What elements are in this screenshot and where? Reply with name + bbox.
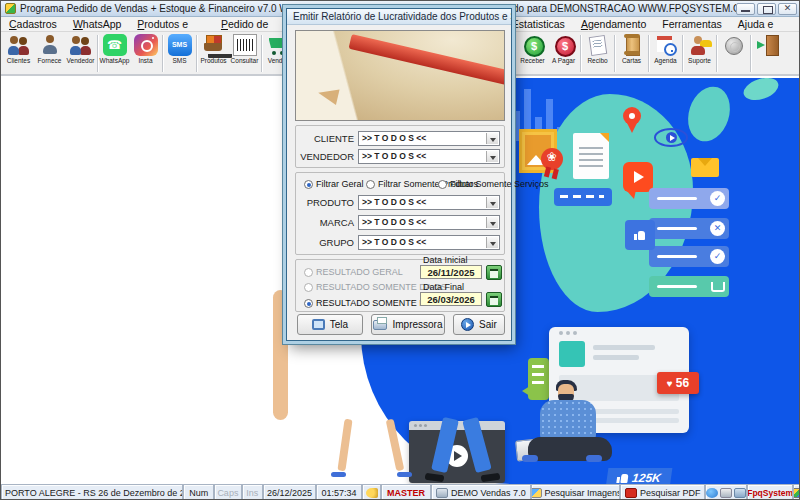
seller-icon — [69, 34, 93, 56]
toolbar-sair[interactable] — [752, 33, 783, 74]
support-icon — [688, 34, 712, 56]
radio-icon[interactable] — [304, 299, 313, 308]
toolbar-sms[interactable]: SMS — [164, 33, 195, 74]
tela-button[interactable]: Tela — [297, 314, 363, 335]
status-insert: Ins — [242, 484, 263, 500]
award-badge-icon — [541, 148, 563, 170]
radio-icon[interactable] — [304, 180, 313, 189]
toolbar-separator — [716, 35, 717, 72]
toolbar-vendedor[interactable]: Vendedor — [65, 33, 96, 74]
scroll-icon — [620, 34, 644, 56]
cliente-label: CLIENTE — [300, 133, 358, 144]
menu-ajuda[interactable]: Ajuda e Suporte — [730, 17, 800, 32]
pay-coin-icon — [552, 34, 576, 56]
marca-label: MARCA — [300, 217, 358, 228]
restore-button[interactable] — [757, 3, 776, 15]
toolbar-recibo[interactable]: Recibo — [582, 33, 613, 74]
data-inicial-field[interactable]: 26/11/2025 — [420, 265, 482, 279]
radio-icon — [304, 283, 313, 292]
chevron-down-icon[interactable] — [486, 237, 498, 248]
toolbar-whatsapp[interactable]: WhatsApp — [99, 33, 130, 74]
chevron-down-icon[interactable] — [486, 151, 498, 162]
menu-estatisticas[interactable]: Estatisticas — [504, 17, 573, 32]
data-inicial-calendar-button[interactable] — [486, 265, 502, 280]
status-brand: FpqSystem — [747, 484, 793, 500]
vendedor-label: VENDEDOR — [300, 151, 358, 162]
standing-woman-legs — [329, 419, 421, 483]
toolbar-fornece[interactable]: Fornece — [34, 33, 65, 74]
marca-combobox[interactable]: >> T O D O S << — [358, 215, 500, 230]
toolbar-consultar-barcode[interactable]: Consultar — [229, 33, 260, 74]
status-bar: PORTO ALEGRE - RS 26 de Dezembro de 2025… — [1, 484, 800, 500]
toolbar-produtos[interactable]: Produtos — [198, 33, 229, 74]
impressora-button[interactable]: Impressora — [371, 314, 445, 335]
status-user: MASTER — [381, 484, 430, 500]
vendedor-combobox[interactable]: >> T O D O S << — [358, 149, 500, 164]
cliente-combobox[interactable]: >> T O D O S << — [358, 131, 500, 146]
toolbar-moeda[interactable] — [718, 33, 749, 74]
produto-combobox[interactable]: >> T O D O S << — [358, 195, 500, 210]
data-final-label: Data Final — [423, 282, 464, 292]
toolbar-separator — [750, 35, 751, 72]
menu-produtos-estoque[interactable]: Produtos e Estoque — [129, 17, 213, 32]
monitor-icon — [734, 488, 746, 498]
receive-coin-icon — [521, 34, 545, 56]
like-count-badge: ♥ 56 — [657, 372, 699, 394]
task-row-x: ✕ — [649, 218, 729, 239]
printer-icon — [720, 488, 732, 498]
grupo-combobox[interactable]: >> T O D O S << — [358, 235, 500, 250]
status-search-pdf[interactable]: Pesquisar PDF — [620, 484, 705, 500]
status-tools[interactable] — [705, 484, 747, 500]
chevron-down-icon[interactable] — [486, 133, 498, 144]
toolbar-separator — [162, 35, 163, 72]
toolbar-suporte[interactable]: Suporte — [684, 33, 715, 74]
menu-agendamento[interactable]: Agendamento — [573, 17, 654, 32]
toolbar-cartas[interactable]: Cartas — [616, 33, 647, 74]
toolbar-agenda[interactable]: Agenda — [650, 33, 681, 74]
chevron-down-icon[interactable] — [486, 217, 498, 228]
sitting-man — [516, 383, 620, 483]
report-dialog: Emitir Relatório de Lucratividade dos Pr… — [286, 8, 512, 341]
status-search-images[interactable]: Pesquisar Imagens — [531, 484, 620, 500]
avatar — [559, 341, 585, 367]
toolbar-clientes[interactable]: Clientes — [3, 33, 34, 74]
client-seller-groupbox: CLIENTE >> T O D O S << VENDEDOR >> T O … — [295, 125, 505, 168]
data-final-calendar-button[interactable] — [486, 292, 502, 307]
image-search-icon — [531, 488, 542, 498]
screen-icon — [312, 319, 325, 330]
menu-pedido-vendas[interactable]: Pedido de Vendas — [213, 17, 291, 32]
toolbar-separator — [682, 35, 683, 72]
toolbar-separator — [648, 35, 649, 72]
radio-filtrar-servicos[interactable]: Filtrar Somente Serviços — [438, 179, 549, 189]
sms-icon — [168, 34, 192, 56]
task-row-check: ✓ — [649, 188, 729, 209]
radio-icon[interactable] — [366, 180, 375, 189]
document-icon — [573, 133, 609, 179]
menu-ferramentas[interactable]: Ferramentas — [654, 17, 730, 32]
thumbs-up-icon — [634, 230, 645, 240]
toolbar-receber[interactable]: Receber — [517, 33, 548, 74]
standing-man-legs — [421, 418, 505, 484]
sair-button[interactable]: Sair — [453, 314, 505, 335]
radio-filtrar-geral[interactable]: Filtrar Geral — [304, 179, 364, 189]
chevron-down-icon[interactable] — [486, 197, 498, 208]
data-final-field[interactable]: 26/03/2026 — [420, 292, 482, 306]
products-cart-icon — [202, 34, 226, 56]
printer-icon — [373, 320, 387, 330]
supplier-icon — [38, 34, 62, 56]
menu-whatsapp[interactable]: WhatsApp — [65, 17, 129, 32]
instagram-icon — [134, 34, 158, 56]
toolbar-apagar[interactable]: A Pagar — [548, 33, 579, 74]
envelope-icon — [691, 158, 719, 177]
radio-icon[interactable] — [438, 180, 447, 189]
close-button[interactable] — [778, 3, 797, 15]
menu-cadastros[interactable]: Cadastros — [1, 17, 65, 32]
minimize-button[interactable] — [736, 3, 755, 15]
coin-icon — [722, 34, 746, 56]
computer-icon — [436, 488, 448, 498]
likes-ribbon: 125K — [606, 468, 673, 484]
toolbar-insta[interactable]: Insta — [130, 33, 161, 74]
exit-arrow-icon — [461, 318, 474, 331]
clients-icon — [7, 34, 31, 56]
cart-icon — [711, 282, 725, 292]
